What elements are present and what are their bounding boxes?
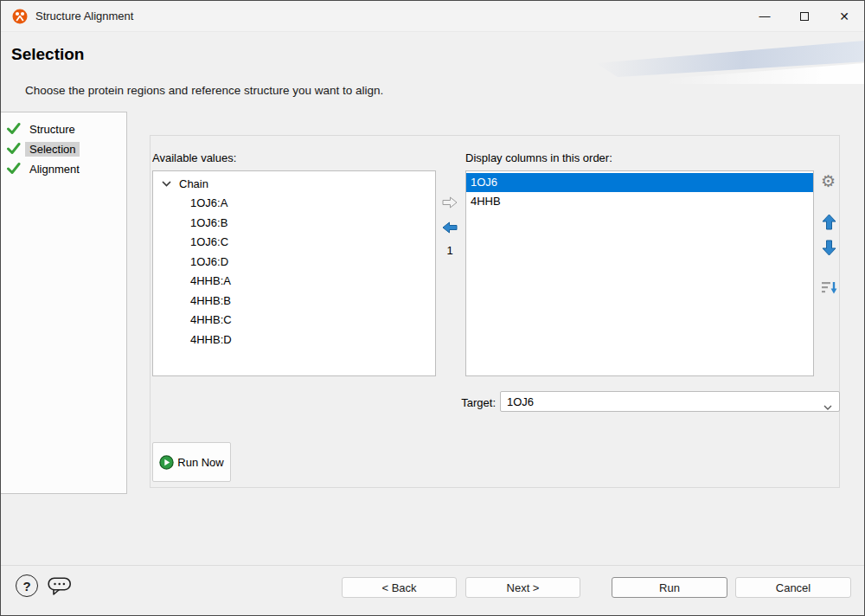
maximize-button[interactable] bbox=[785, 1, 824, 31]
sort-button[interactable] bbox=[821, 280, 837, 298]
cancel-button[interactable]: Cancel bbox=[735, 577, 851, 598]
chevron-down-icon bbox=[823, 400, 832, 413]
list-item-4hhb[interactable]: 4HHB bbox=[466, 192, 813, 211]
arrow-up-icon bbox=[822, 214, 836, 230]
display-columns-label: Display columns in this order: bbox=[465, 151, 612, 164]
back-button[interactable]: < Back bbox=[342, 577, 457, 598]
arrow-right-icon bbox=[441, 196, 458, 209]
page-subtitle: Choose the protein regions and reference… bbox=[25, 84, 383, 97]
arrow-left-icon bbox=[441, 221, 458, 234]
move-left-button[interactable] bbox=[440, 221, 459, 236]
run-button[interactable]: Run bbox=[612, 577, 727, 598]
target-value: 1OJ6 bbox=[507, 395, 534, 408]
title-bar: Structure Alignment — ✕ bbox=[1, 1, 864, 32]
run-play-icon bbox=[159, 455, 174, 470]
gear-icon: ⚙ bbox=[821, 172, 836, 190]
move-down-button[interactable] bbox=[822, 240, 836, 259]
available-values-label: Available values: bbox=[152, 151, 236, 164]
sidebar-item-selection[interactable]: Selection bbox=[1, 139, 126, 159]
tree-item-1oj6-a[interactable]: 1OJ6:A bbox=[153, 194, 435, 214]
minimize-button[interactable]: — bbox=[745, 1, 785, 31]
display-columns-list[interactable]: 1OJ6 4HHB bbox=[465, 170, 814, 376]
checkmark-icon bbox=[7, 143, 22, 156]
footer-separator bbox=[1, 565, 864, 566]
run-now-label: Run Now bbox=[177, 456, 223, 469]
feedback-button[interactable] bbox=[48, 577, 72, 599]
tree-item-4hhb-c[interactable]: 4HHB:C bbox=[153, 311, 435, 330]
tree-item-1oj6-b[interactable]: 1OJ6:B bbox=[153, 214, 435, 234]
tree-item-4hhb-b[interactable]: 4HHB:B bbox=[153, 292, 435, 311]
tree-item-4hhb-d[interactable]: 4HHB:D bbox=[153, 330, 435, 350]
wizard-steps-sidebar: Structure Selection Alignment bbox=[1, 112, 127, 494]
window-controls: — ✕ bbox=[745, 1, 864, 32]
maximize-icon bbox=[800, 12, 809, 21]
next-button[interactable]: Next > bbox=[465, 577, 580, 598]
sidebar-item-alignment[interactable]: Alignment bbox=[1, 159, 126, 179]
target-label: Target: bbox=[429, 396, 496, 409]
transfer-count: 1 bbox=[440, 244, 459, 257]
settings-button[interactable]: ⚙ bbox=[821, 173, 836, 190]
sidebar-item-label: Selection bbox=[25, 142, 80, 157]
structure-alignment-window: Structure Alignment — ✕ Selection Choose… bbox=[0, 0, 865, 616]
minimize-icon: — bbox=[759, 10, 771, 22]
close-icon: ✕ bbox=[839, 10, 849, 23]
chevron-down-icon[interactable] bbox=[162, 181, 172, 187]
window-title: Structure Alignment bbox=[35, 10, 133, 22]
tree-item-4hhb-a[interactable]: 4HHB:A bbox=[153, 272, 435, 292]
tree-item-1oj6-d[interactable]: 1OJ6:D bbox=[153, 253, 435, 273]
tree-item-1oj6-c[interactable]: 1OJ6:C bbox=[153, 233, 435, 253]
help-button[interactable]: ? bbox=[16, 574, 38, 597]
sidebar-item-label: Structure bbox=[25, 122, 80, 137]
tree-node-chain[interactable]: Chain bbox=[153, 174, 435, 194]
wizard-header: Selection Choose the protein regions and… bbox=[1, 32, 864, 110]
page-title: Selection bbox=[11, 45, 84, 64]
sidebar-item-structure[interactable]: Structure bbox=[1, 119, 126, 139]
sidebar-item-label: Alignment bbox=[25, 162, 84, 176]
checkmark-icon bbox=[7, 163, 22, 176]
move-up-button[interactable] bbox=[822, 214, 836, 233]
checkmark-icon bbox=[7, 123, 22, 136]
sort-descending-icon bbox=[821, 280, 837, 295]
tree-node-label: Chain bbox=[179, 177, 208, 190]
help-icon: ? bbox=[22, 579, 30, 594]
available-values-list[interactable]: Chain 1OJ6:A 1OJ6:B 1OJ6:C 1OJ6:D 4HHB:A… bbox=[152, 170, 436, 376]
move-right-button[interactable] bbox=[440, 196, 459, 211]
speech-bubble-icon bbox=[48, 577, 72, 596]
arrow-down-icon bbox=[822, 240, 836, 256]
app-icon bbox=[12, 9, 28, 24]
close-button[interactable]: ✕ bbox=[824, 1, 864, 31]
list-item-1oj6[interactable]: 1OJ6 bbox=[466, 173, 813, 192]
target-combobox[interactable]: 1OJ6 bbox=[500, 391, 840, 412]
run-now-button[interactable]: Run Now bbox=[152, 442, 231, 482]
